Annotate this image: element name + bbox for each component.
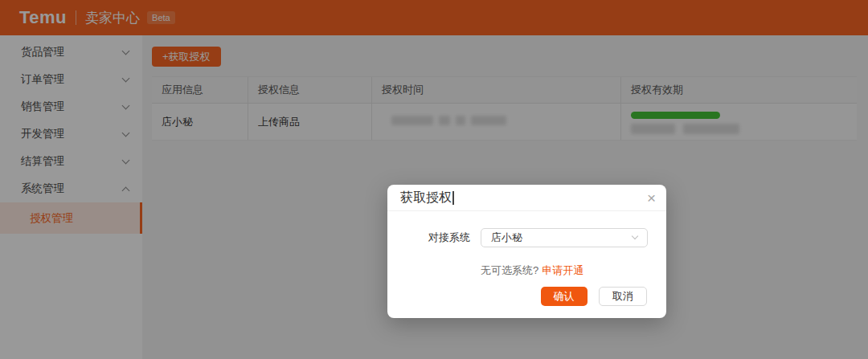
modal-body: 对接系统 店小秘 无可选系统?申请开通 确认 取消: [387, 211, 666, 306]
get-authorization-modal: 获取授权 × 对接系统 店小秘 无可选系统?申请开通 确认 取消: [387, 185, 666, 318]
close-icon[interactable]: ×: [647, 190, 656, 206]
apply-access-link[interactable]: 申请开通: [542, 264, 583, 276]
system-select[interactable]: 店小秘: [481, 228, 648, 247]
system-field-label: 对接系统: [387, 230, 470, 245]
system-select-value: 店小秘: [491, 230, 522, 245]
chevron-down-icon: [632, 233, 638, 239]
temu-seller-center-app: Temu 卖家中心 Beta 货品管理 订单管理 销售管理 开发管理: [0, 0, 868, 359]
modal-header: 获取授权 ×: [387, 185, 666, 211]
modal-footer: 确认 取消: [387, 287, 666, 306]
confirm-button[interactable]: 确认: [541, 287, 588, 306]
hint-text: 无可选系统?: [481, 264, 538, 276]
no-system-hint: 无可选系统?申请开通: [481, 263, 666, 278]
system-field-row: 对接系统 店小秘: [387, 228, 666, 247]
modal-title: 获取授权: [400, 190, 452, 206]
cancel-button[interactable]: 取消: [599, 287, 647, 306]
text-caret: [452, 191, 454, 205]
